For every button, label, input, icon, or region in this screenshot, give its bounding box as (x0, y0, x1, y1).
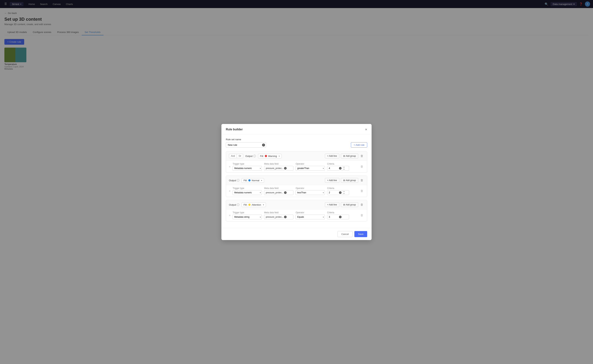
modal-overlay: Rule builder × Rule set name × + Add rul… (0, 0, 593, 74)
